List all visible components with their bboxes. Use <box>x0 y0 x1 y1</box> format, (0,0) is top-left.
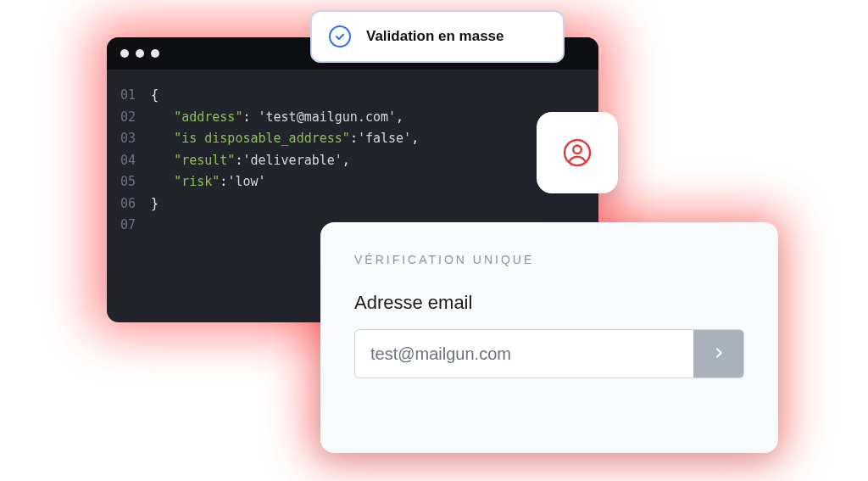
email-field[interactable] <box>354 329 693 378</box>
email-input-row <box>354 329 744 378</box>
traffic-light-dot <box>151 49 159 58</box>
single-verification-card: VÉRIFICATION UNIQUE Adresse email <box>320 222 778 453</box>
check-icon <box>329 25 351 48</box>
profile-card <box>537 112 618 193</box>
card-eyebrow: VÉRIFICATION UNIQUE <box>354 253 744 266</box>
svg-point-1 <box>573 145 581 154</box>
chevron-right-icon <box>712 346 726 362</box>
user-circle-icon <box>562 137 593 168</box>
code-lines: { "address": 'test@mailgun.com', "is dis… <box>151 85 419 237</box>
traffic-light-dot <box>120 49 129 58</box>
submit-button[interactable] <box>693 329 744 378</box>
code-gutter: 01 02 03 04 05 06 07 <box>114 85 151 237</box>
pill-label: Validation en masse <box>366 28 504 45</box>
email-field-label: Adresse email <box>354 292 744 314</box>
traffic-light-dot <box>136 49 144 58</box>
bulk-validation-pill: Validation en masse <box>310 10 565 63</box>
